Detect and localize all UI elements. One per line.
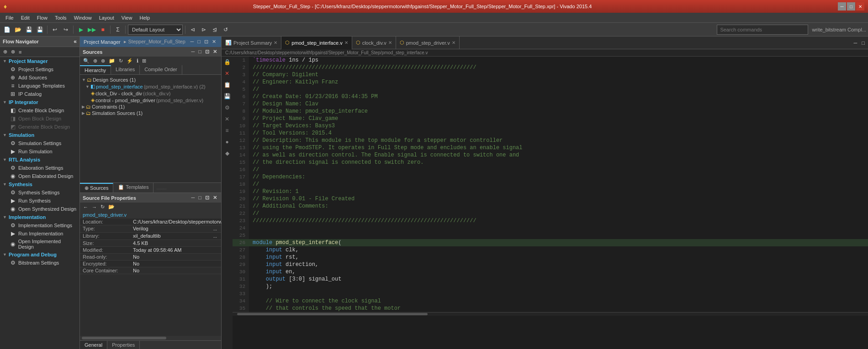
save-button[interactable]: 💾 [24,25,34,35]
sfp-open-btn[interactable]: 📂 [107,203,116,210]
flow-nav-collapse-icon[interactable]: « [74,38,77,45]
tree-pmod-step-interface[interactable]: ▼ ◧ pmod_step_interface (pmod_step_inter… [80,83,221,90]
side-icon-check[interactable]: ● [222,136,233,147]
sources-remove-btn[interactable]: ⊗ [100,57,106,64]
side-icon-5[interactable]: ⚙ [222,102,233,113]
menu-view[interactable]: View [118,14,136,21]
flow-nav-btn3[interactable]: ≡ [17,48,23,55]
pm-minimize-icon[interactable]: ─ [189,38,196,45]
side-icon-3[interactable]: 📋 [222,79,233,90]
nav-project-settings[interactable]: ⚙ Project Settings [0,65,79,73]
sources-minimize-icon[interactable]: ─ [190,48,196,55]
flow-nav-btn1[interactable]: ⊕ [2,48,9,55]
side-icon-error[interactable]: ✕ [222,114,233,125]
new-project-button[interactable]: 📄 [2,25,12,35]
run2-button[interactable]: ▶▶ [87,25,97,35]
sources-info-btn[interactable]: ℹ [135,57,140,64]
undo-button[interactable]: ↩ [50,25,60,35]
sfp-maximize-icon[interactable]: □ [197,194,203,201]
maximize-button[interactable]: □ [847,2,855,10]
redo-button[interactable]: ↪ [61,25,71,35]
side-icon-1[interactable]: 🔒 [222,57,233,68]
close-button[interactable]: ✕ [856,2,864,10]
section-synthesis[interactable]: ▼ Synthesis [0,180,79,188]
nav-run-simulation[interactable]: ▶ Run Simulation [0,147,79,156]
tab-libraries[interactable]: Libraries [111,65,140,74]
tree-sim-sources[interactable]: ▶ 🗂 Simulation Sources (1) [80,110,221,116]
sources-maximize-icon[interactable]: □ [197,48,203,55]
section-implementation[interactable]: ▼ Implementation [0,213,79,221]
tree-clock-div[interactable]: ◈ clock_Div - clock_div (clock_div.v) [80,90,221,97]
sources-compile-btn[interactable]: ⚡ [125,57,134,64]
editor-tab-maximize[interactable]: □ [860,40,866,46]
tab-hierarchy[interactable]: Hierarchy [80,65,111,74]
nav-create-block-design[interactable]: ◧ Create Block Design [0,106,79,115]
reports-button[interactable]: Σ [113,25,123,35]
side-icon-4[interactable]: 💾 [222,91,233,102]
side-icon-6[interactable]: ≡ [222,125,233,136]
menu-tools[interactable]: Tools [51,14,70,21]
toolbar-btn-nav3[interactable]: ⊴ [210,25,220,35]
sfp-minimize-icon[interactable]: ─ [190,194,196,201]
nav-generate-block-design[interactable]: ◩ Generate Block Design [0,123,79,131]
sfp-library-btn[interactable]: ... [212,233,218,239]
nav-bitstream-settings[interactable]: ⚙ Bitstream Settings [0,259,79,267]
sources-close-icon[interactable]: ✕ [212,48,218,55]
toolbar-btn-nav4[interactable]: ↺ [221,25,231,35]
toolbar-btn-nav2[interactable]: ⊳ [199,25,209,35]
tree-constraints[interactable]: ▶ 🗂 Constraints (1) [80,104,221,110]
section-rtl-analysis[interactable]: ▼ RTL Analysis [0,156,79,164]
nav-language-templates[interactable]: ≡ Language Templates [0,82,79,90]
tab-project-summary-close[interactable]: ✕ [274,40,277,45]
editor-tab-minimize[interactable]: ─ [852,40,859,46]
nav-synthesis-settings[interactable]: ⚙ Synthesis Settings [0,188,79,197]
menu-window[interactable]: Window [70,14,95,21]
side-icon-warn[interactable]: ◆ [222,148,233,159]
section-project-manager[interactable]: ▼ Project Manager [0,57,79,65]
tab-project-summary[interactable]: 📊 Project Summary ✕ [222,36,281,49]
sub-tab-templates[interactable]: 📋 Templates [113,183,153,193]
nav-add-sources[interactable]: ⊕ Add Sources [0,73,79,82]
tab-pmod-step-driver[interactable]: ⬡ pmod_step_driver.v ✕ [396,36,460,49]
sources-expand-btn[interactable]: ⊞ [141,57,148,64]
minimize-button[interactable]: ─ [838,2,846,10]
menu-flow[interactable]: Flow [33,14,51,21]
nav-run-implementation[interactable]: ▶ Run Implementation [0,229,79,238]
pm-close-icon[interactable]: ✕ [211,38,217,45]
layout-dropdown[interactable]: Default Layout [128,25,183,35]
sources-float-icon[interactable]: ⊡ [204,48,211,55]
tab-compile-order[interactable]: Compile Order [140,65,182,74]
tab-pmod-close[interactable]: ✕ [344,40,348,45]
sfp-tab-properties[interactable]: Properties [107,341,140,349]
run-button[interactable]: ▶ [76,25,86,35]
search-input[interactable] [717,25,808,35]
sfp-close-icon[interactable]: ✕ [212,194,218,201]
menu-help[interactable]: Help [136,14,153,21]
section-program-debug[interactable]: ▼ Program and Debug [0,250,79,259]
editor-scrollbar-x[interactable] [233,312,868,316]
sources-folder-btn[interactable]: 📁 [107,57,116,64]
nav-simulation-settings[interactable]: ⚙ Simulation Settings [0,139,79,147]
section-simulation[interactable]: ▼ Simulation [0,131,79,139]
sub-tab-sources[interactable]: ⊕ Sources [80,183,113,193]
pm-maximize-icon[interactable]: □ [196,38,202,45]
nav-elaboration-settings[interactable]: ⚙ Elaboration Settings [0,164,79,172]
sfp-tab-general[interactable]: General [80,341,107,349]
tree-control-pmod[interactable]: ◈ control - pmod_step_driver (pmod_step_… [80,97,221,104]
sfp-back-btn[interactable]: ← [82,204,90,210]
sources-add-btn[interactable]: ⊕ [92,57,99,64]
nav-implementation-settings[interactable]: ⚙ Implementation Settings [0,221,79,229]
sfp-float-icon[interactable]: ⊡ [204,194,211,201]
nav-open-implemented-design[interactable]: ◉ Open Implemented Design [0,238,79,250]
nav-open-elaborated-design[interactable]: ◉ Open Elaborated Design [0,172,79,180]
stop-button[interactable]: ■ [98,25,108,35]
tree-design-sources[interactable]: ▼ 🗂 Design Sources (1) [80,77,221,83]
sources-refresh-btn[interactable]: 🔍 [82,57,91,64]
sfp-type-btn[interactable]: ... [212,226,218,232]
editor-content[interactable]: 1 `timescale 1ns / 1ps 2 ///////////////… [233,57,868,349]
sfp-forward-btn[interactable]: → [90,204,98,210]
toolbar-btn-nav1[interactable]: ⊲ [188,25,198,35]
pm-float-icon[interactable]: ⊡ [203,38,210,45]
save-all-button[interactable]: 💾 [35,25,45,35]
tab-pmod-driver-close[interactable]: ✕ [452,40,455,45]
